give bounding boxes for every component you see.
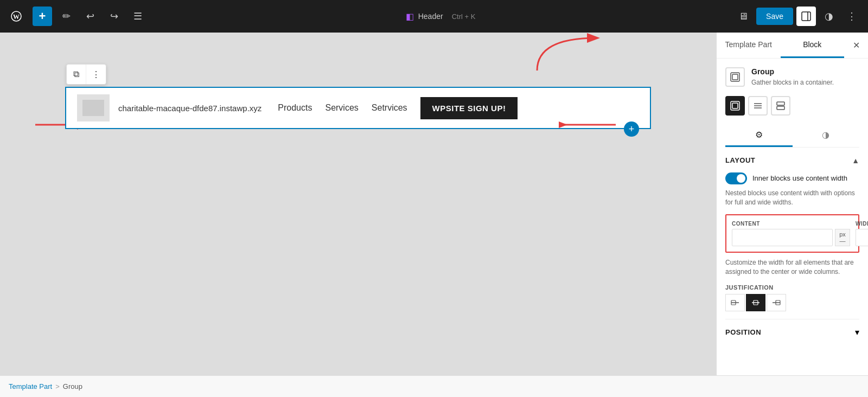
layout-section-toggle[interactable]: ▲ — [852, 156, 859, 165]
svg-rect-14 — [777, 106, 784, 110]
view-btn[interactable]: 🖥 — [733, 7, 753, 26]
styles-tab-btn[interactable]: ◑ — [793, 124, 860, 147]
duplicate-block-btn[interactable]: ⧉ — [67, 65, 86, 84]
main-area: ⧉ ⋮ charitable-macaque-dfde87.instawp.xy… — [0, 33, 868, 375]
add-inner-block-btn[interactable]: + — [624, 121, 639, 137]
save-btn[interactable]: Save — [756, 8, 793, 25]
position-title: Position — [725, 328, 761, 336]
inner-blocks-toggle-row: Inner blocks use content width — [725, 172, 859, 184]
block-style-icons — [725, 96, 859, 116]
block-title: Group — [751, 67, 834, 76]
header-icon: ◧ — [406, 11, 414, 22]
layout-section-header: Layout ▲ — [725, 156, 859, 165]
svg-text:W: W — [13, 13, 20, 21]
header-title-label: Header — [418, 12, 443, 21]
wide-input-row: px— — [856, 229, 868, 246]
content-unit-btn[interactable]: px— — [835, 229, 850, 246]
svg-rect-9 — [732, 103, 738, 108]
block-info-text: Group Gather blocks in a container. — [751, 67, 834, 87]
wide-width-input[interactable] — [856, 229, 868, 246]
just-center-btn[interactable] — [746, 294, 765, 311]
header-selector-btn[interactable]: ◧ Header Ctrl + K — [397, 8, 485, 25]
block-info: Group Gather blocks in a container. — [725, 67, 859, 87]
header-block[interactable]: ⧉ ⋮ charitable-macaque-dfde87.instawp.xy… — [65, 87, 651, 129]
wide-width-group: WIDE px— — [856, 221, 868, 246]
breadcrumb-group: Group — [63, 382, 82, 390]
right-sidebar: Template Part Block ✕ Group Gather block… — [716, 33, 868, 375]
content-width-input[interactable] — [732, 229, 833, 246]
site-title: charitable-macaque-dfde87.instawp.xyz — [118, 104, 261, 113]
sidebar-toggle-btn[interactable] — [796, 7, 816, 26]
settings-styles-tabs: ⚙ ◑ — [725, 124, 859, 148]
nav-item-products[interactable]: Products — [278, 103, 312, 113]
canvas: ⧉ ⋮ charitable-macaque-dfde87.instawp.xy… — [0, 33, 716, 375]
main-toolbar: W + ✏ ↩ ↪ ☰ ◧ Header Ctrl + K 🖥 Save ◑ ⋮ — [0, 0, 868, 33]
content-label: CONTENT — [732, 221, 850, 227]
header-nav: Products Services Setrvices WPSITE SIGN … — [278, 97, 639, 119]
content-width-group: CONTENT px— — [732, 221, 850, 246]
justification-label: JUSTIFICATION — [725, 284, 859, 291]
justification-section: JUSTIFICATION — [725, 284, 859, 311]
keyboard-shortcut: Ctrl + K — [452, 12, 476, 21]
settings-tab-btn[interactable]: ⚙ — [725, 124, 793, 147]
signup-btn[interactable]: WPSITE SIGN UP! — [420, 97, 518, 119]
layout-section-title: Layout — [725, 156, 755, 164]
wp-logo: W — [7, 7, 26, 26]
undo-btn[interactable]: ↩ — [80, 7, 100, 26]
block-description: Gather blocks in a container. — [751, 78, 834, 87]
more-options-btn[interactable]: ⋮ — [842, 7, 861, 26]
inner-blocks-toggle[interactable] — [725, 172, 747, 184]
add-block-toolbar-btn[interactable]: + — [33, 7, 52, 26]
justification-buttons — [725, 294, 859, 311]
styles-btn[interactable]: ◑ — [819, 7, 839, 26]
svg-rect-13 — [777, 102, 784, 105]
breadcrumb-template-part[interactable]: Template Part — [9, 382, 52, 390]
position-chevron: ▾ — [855, 327, 859, 337]
toolbar-center: ◧ Header Ctrl + K — [152, 8, 729, 25]
position-section: Position ▾ — [725, 319, 859, 337]
svg-rect-2 — [802, 12, 810, 21]
tab-block[interactable]: Block — [781, 33, 845, 58]
sidebar-close-btn[interactable]: ✕ — [846, 36, 866, 55]
just-right-btn[interactable] — [767, 294, 786, 311]
style-icon-group[interactable] — [725, 96, 745, 116]
inner-blocks-description: Nested blocks use content width with opt… — [725, 189, 859, 207]
breadcrumb-separator: > — [55, 382, 60, 390]
pencil-btn[interactable]: ✏ — [56, 7, 76, 26]
wide-label: WIDE — [856, 221, 868, 227]
content-input-row: px— — [732, 229, 850, 246]
redo-btn[interactable]: ↪ — [104, 7, 124, 26]
inner-blocks-label: Inner blocks use content width — [752, 174, 847, 182]
sidebar-header: Template Part Block ✕ — [717, 33, 868, 59]
logo-placeholder — [77, 94, 110, 121]
list-view-btn[interactable]: ☰ — [128, 7, 148, 26]
style-icon-row[interactable] — [748, 96, 768, 116]
arrow-top-right-indicator — [532, 33, 608, 76]
width-inputs-group: CONTENT px— WIDE px— — [725, 214, 859, 253]
width-description: Customize the width for all elements tha… — [725, 258, 859, 277]
tab-template-part[interactable]: Template Part — [717, 33, 781, 58]
svg-rect-7 — [732, 74, 738, 80]
nav-item-setrvices[interactable]: Setrvices — [372, 103, 407, 113]
sidebar-content: Group Gather blocks in a container. — [717, 59, 868, 346]
block-options-btn[interactable]: ⋮ — [86, 65, 106, 84]
toolbar-right: 🖥 Save ◑ ⋮ — [733, 7, 861, 26]
position-header[interactable]: Position ▾ — [725, 327, 859, 337]
just-left-btn[interactable] — [725, 294, 745, 311]
block-icon — [725, 67, 745, 87]
style-icon-stack[interactable] — [771, 96, 790, 116]
nav-item-services[interactable]: Services — [325, 103, 358, 113]
block-toolbar: ⧉ ⋮ — [66, 64, 106, 85]
breadcrumb-bar: Template Part > Group — [0, 375, 868, 397]
